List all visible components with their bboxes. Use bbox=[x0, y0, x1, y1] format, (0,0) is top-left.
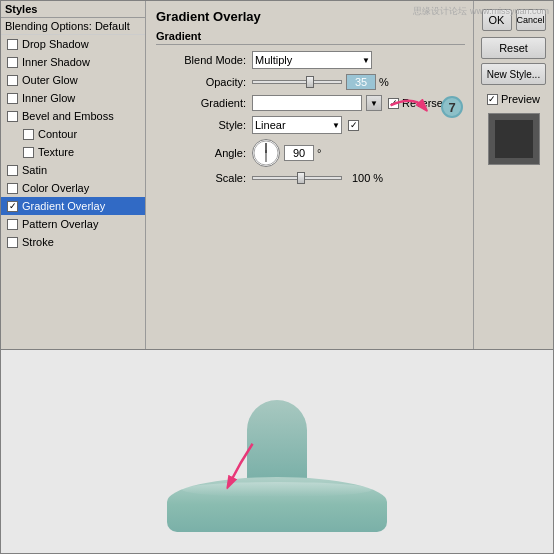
right-panel: OK Cancel Reset New Style... Preview bbox=[473, 1, 553, 349]
scale-percent: % bbox=[373, 172, 383, 184]
sidebar-item-gradient-overlay[interactable]: Gradient Overlay bbox=[1, 197, 145, 215]
section-title: Gradient bbox=[156, 30, 465, 45]
scale-label: Scale: bbox=[156, 172, 246, 184]
inner-shadow-label: Inner Shadow bbox=[22, 56, 90, 68]
angle-row: Angle: ° bbox=[156, 139, 465, 167]
sidebar-item-contour[interactable]: Contour bbox=[1, 125, 145, 143]
opacity-label: Opacity: bbox=[156, 76, 246, 88]
main-content: Gradient Overlay Gradient Blend Mode: Mu… bbox=[146, 1, 473, 349]
satin-label: Satin bbox=[22, 164, 47, 176]
pattern-overlay-label: Pattern Overlay bbox=[22, 218, 98, 230]
sidebar-item-color-overlay[interactable]: Color Overlay bbox=[1, 179, 145, 197]
contour-label: Contour bbox=[38, 128, 77, 140]
angle-label: Angle: bbox=[156, 147, 246, 159]
new-style-button[interactable]: New Style... bbox=[481, 63, 546, 85]
style-select-wrapper[interactable]: Linear Radial Angle ▼ bbox=[252, 116, 342, 134]
sidebar-item-stroke[interactable]: Stroke bbox=[1, 233, 145, 251]
sidebar-item-outer-glow[interactable]: Outer Glow bbox=[1, 71, 145, 89]
sidebar-item-bevel-emboss[interactable]: Bevel and Emboss bbox=[1, 107, 145, 125]
color-overlay-checkbox[interactable] bbox=[7, 183, 18, 194]
inner-glow-label: Inner Glow bbox=[22, 92, 75, 104]
stroke-label: Stroke bbox=[22, 236, 54, 248]
blend-mode-select-wrapper[interactable]: Multiply Normal Screen ▼ bbox=[252, 51, 372, 69]
drop-shadow-label: Drop Shadow bbox=[22, 38, 89, 50]
angle-input[interactable] bbox=[284, 145, 314, 161]
bottom-panel bbox=[0, 350, 554, 554]
blend-mode-label: Blend Mode: bbox=[156, 54, 246, 66]
panel-title: Gradient Overlay bbox=[156, 9, 465, 24]
top-panel: 思缘设计论坛 www.missyuan.com Styles Blending … bbox=[0, 0, 554, 350]
gradient-label: Gradient: bbox=[156, 97, 246, 109]
scale-slider[interactable] bbox=[252, 176, 342, 180]
color-overlay-label: Color Overlay bbox=[22, 182, 89, 194]
drop-shadow-checkbox[interactable] bbox=[7, 39, 18, 50]
stroke-checkbox[interactable] bbox=[7, 237, 18, 248]
styles-panel: Styles Blending Options: Default Drop Sh… bbox=[1, 1, 146, 349]
bevel-emboss-checkbox[interactable] bbox=[7, 111, 18, 122]
sidebar-item-texture[interactable]: Texture bbox=[1, 143, 145, 161]
angle-degree: ° bbox=[317, 147, 321, 159]
align-wrapper bbox=[348, 120, 362, 131]
gradient-dropdown-btn[interactable]: ▼ bbox=[366, 95, 382, 111]
bevel-emboss-label: Bevel and Emboss bbox=[22, 110, 114, 122]
gradient-preview-box[interactable] bbox=[252, 95, 362, 111]
preview-img-inner bbox=[495, 120, 533, 158]
sidebar-item-satin[interactable]: Satin bbox=[1, 161, 145, 179]
satin-checkbox[interactable] bbox=[7, 165, 18, 176]
opacity-slider[interactable] bbox=[252, 80, 342, 84]
preview-label: Preview bbox=[501, 93, 540, 105]
badge-number-7: 7 bbox=[441, 96, 463, 118]
texture-label: Texture bbox=[38, 146, 74, 158]
opacity-input[interactable] bbox=[346, 74, 376, 90]
blend-mode-select[interactable]: Multiply Normal Screen bbox=[252, 51, 372, 69]
scale-row: Scale: 100 % bbox=[156, 172, 465, 184]
inner-shadow-checkbox[interactable] bbox=[7, 57, 18, 68]
preview-wrapper: Preview bbox=[487, 93, 540, 105]
outer-glow-label: Outer Glow bbox=[22, 74, 78, 86]
sidebar-item-pattern-overlay[interactable]: Pattern Overlay bbox=[1, 215, 145, 233]
preview-image bbox=[488, 113, 540, 165]
monitor-base bbox=[147, 372, 407, 532]
opacity-thumb[interactable] bbox=[306, 76, 314, 88]
scale-thumb[interactable] bbox=[297, 172, 305, 184]
angle-dial-svg bbox=[253, 140, 279, 166]
angle-dial[interactable] bbox=[252, 139, 280, 167]
sidebar-item-drop-shadow[interactable]: Drop Shadow bbox=[1, 35, 145, 53]
sidebar-item-inner-glow[interactable]: Inner Glow bbox=[1, 89, 145, 107]
texture-checkbox[interactable] bbox=[23, 147, 34, 158]
outer-glow-checkbox[interactable] bbox=[7, 75, 18, 86]
style-label: Style: bbox=[156, 119, 246, 131]
pattern-overlay-checkbox[interactable] bbox=[7, 219, 18, 230]
blending-options-label[interactable]: Blending Options: Default bbox=[1, 18, 145, 35]
style-select[interactable]: Linear Radial Angle bbox=[252, 116, 342, 134]
styles-title: Styles bbox=[1, 1, 145, 18]
opacity-percent: % bbox=[379, 76, 389, 88]
blend-mode-row: Blend Mode: Multiply Normal Screen ▼ bbox=[156, 51, 465, 69]
preview-checkbox[interactable] bbox=[487, 94, 498, 105]
gradient-overlay-checkbox[interactable] bbox=[7, 201, 18, 212]
opacity-row: Opacity: % bbox=[156, 74, 465, 90]
reset-button[interactable]: Reset bbox=[481, 37, 546, 59]
inner-glow-checkbox[interactable] bbox=[7, 93, 18, 104]
sidebar-item-inner-shadow[interactable]: Inner Shadow bbox=[1, 53, 145, 71]
stand-base bbox=[167, 477, 387, 532]
gradient-overlay-label: Gradient Overlay bbox=[22, 200, 105, 212]
scale-value: 100 bbox=[352, 172, 370, 184]
contour-checkbox[interactable] bbox=[23, 129, 34, 140]
align-checkbox[interactable] bbox=[348, 120, 359, 131]
